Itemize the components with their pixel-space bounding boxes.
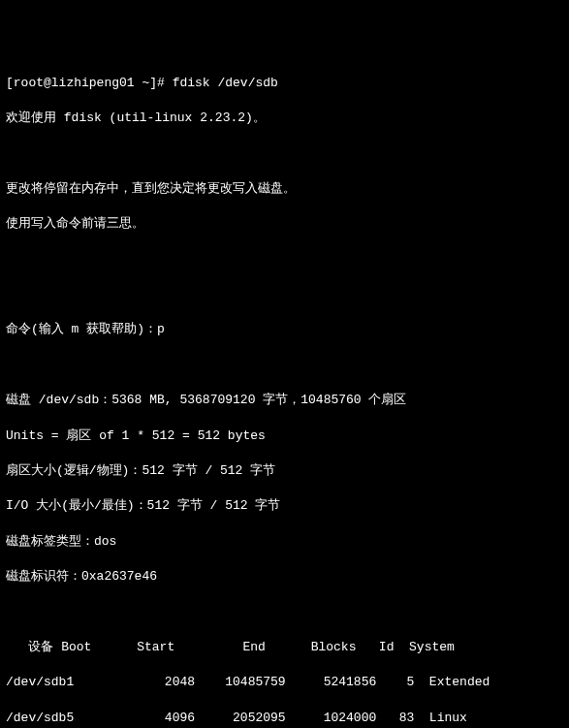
output-warning: 使用写入命令前请三思。	[6, 215, 563, 233]
terminal-line: [root@lizhipeng01 ~]# fdisk /dev/sdb	[6, 75, 563, 92]
partition-row: /dev/sdb5 4096 2052095 1024000 83 Linux	[6, 710, 563, 727]
partition-table-header: 设备 Boot Start End Blocks Id System	[6, 639, 563, 656]
terminal-line: 命令(输入 m 获取帮助)：p	[6, 321, 563, 338]
blank-line	[6, 145, 563, 163]
units-info: Units = 扇区 of 1 * 512 = 512 bytes	[6, 427, 563, 445]
sector-size: 扇区大小(逻辑/物理)：512 字节 / 512 字节	[6, 462, 563, 480]
command-input[interactable]: fdisk /dev/sdb	[173, 76, 278, 90]
output-welcome: 欢迎使用 fdisk (util-linux 2.23.2)。	[6, 110, 563, 127]
output-warning: 更改将停留在内存中，直到您决定将更改写入磁盘。	[6, 180, 563, 198]
blank-line	[6, 286, 563, 303]
blank-line	[6, 357, 563, 374]
disk-info: 磁盘 /dev/sdb：5368 MB, 5368709120 字节，10485…	[6, 392, 563, 409]
fdisk-input[interactable]: p	[157, 322, 165, 336]
shell-prompt: [root@lizhipeng01 ~]#	[6, 76, 173, 90]
disk-identifier: 磁盘标识符：0xa2637e46	[6, 568, 563, 586]
fdisk-prompt: 命令(输入 m 获取帮助)：	[6, 322, 157, 336]
label-type: 磁盘标签类型：dos	[6, 533, 563, 551]
partition-row: /dev/sdb1 2048 10485759 5241856 5 Extend…	[6, 674, 563, 691]
blank-line	[6, 603, 563, 620]
blank-line	[6, 251, 563, 269]
io-size: I/O 大小(最小/最佳)：512 字节 / 512 字节	[6, 497, 563, 515]
